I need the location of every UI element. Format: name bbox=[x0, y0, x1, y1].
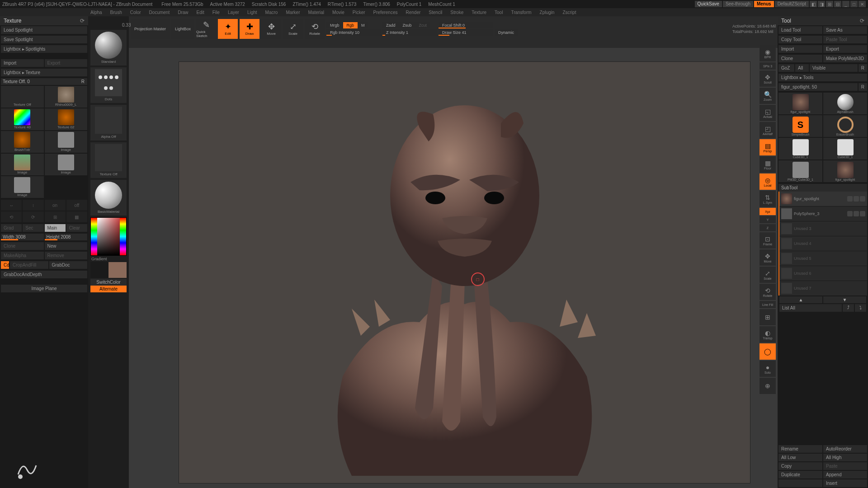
up-all-icon[interactable]: ⤴ bbox=[843, 304, 854, 312]
lightbox-tools-button[interactable]: Lightbox ▸ Tools bbox=[778, 74, 867, 81]
brush-slot[interactable]: Standard bbox=[90, 30, 127, 66]
bpr-button[interactable]: ◉BPR bbox=[760, 45, 776, 61]
frame-button[interactable]: ⊡Frame bbox=[760, 232, 776, 249]
list-all-button[interactable]: List All bbox=[779, 304, 842, 312]
texture-thumb-rhino[interactable]: Rhino0009_L bbox=[45, 86, 88, 108]
move-down-icon[interactable]: ▼ bbox=[823, 296, 866, 303]
menu-transform[interactable]: Transform bbox=[511, 10, 531, 15]
grad-button[interactable]: Grad bbox=[1, 224, 22, 232]
seethrough-button[interactable]: See-through bbox=[723, 1, 753, 7]
local-button[interactable]: ◎Local bbox=[760, 174, 776, 190]
clone-button[interactable]: Clone bbox=[778, 55, 822, 62]
menu-file[interactable]: File bbox=[212, 10, 220, 15]
imageplane-button[interactable]: Image Plane bbox=[1, 285, 87, 292]
draw-size-slider[interactable]: Draw Size 41 bbox=[439, 29, 493, 36]
visibility-icon[interactable] bbox=[847, 211, 853, 216]
zcut-button[interactable]: Zcut bbox=[415, 22, 431, 28]
texture-thumb-off[interactable]: Texture Off bbox=[1, 86, 44, 108]
xpose-button[interactable]: ⊕ bbox=[760, 378, 776, 394]
main-button[interactable]: Main bbox=[45, 224, 66, 232]
zadd-button[interactable]: Zadd bbox=[382, 22, 399, 28]
window-icon[interactable]: ◧ bbox=[810, 1, 817, 7]
append-button[interactable]: Append bbox=[823, 471, 867, 479]
rotate-nav-button[interactable]: ⟲Rotate bbox=[760, 284, 776, 300]
menu-material[interactable]: Material bbox=[308, 10, 325, 15]
subtool-item[interactable]: figur_spotlight bbox=[779, 192, 867, 206]
tool-thumb-pm3d[interactable]: PM3D_Cube3D_1 bbox=[778, 160, 822, 182]
down-all-icon[interactable]: ⤵ bbox=[855, 304, 866, 312]
grabdocdepth-button[interactable]: GrabDocAndDepth bbox=[1, 271, 87, 278]
rgb-button[interactable]: Rgb bbox=[343, 22, 358, 28]
subtool-header[interactable]: SubTool bbox=[778, 184, 867, 192]
save-spotlight-button[interactable]: Save Spotlight bbox=[1, 36, 87, 43]
grabdoc-button[interactable]: GrabDoc bbox=[49, 261, 88, 269]
menu-light[interactable]: Light bbox=[247, 10, 257, 15]
defaultzscript-button[interactable]: DefaultZScript bbox=[775, 1, 809, 7]
lightbox-spotlights-button[interactable]: Lightbox ▸ Spotlights bbox=[1, 45, 87, 53]
switchcolor-button[interactable]: SwitchColor bbox=[90, 279, 127, 286]
window-icon[interactable]: ⊟ bbox=[834, 1, 841, 7]
paste-button[interactable]: Paste bbox=[823, 462, 867, 470]
texture-slot[interactable]: Texture Off bbox=[90, 142, 127, 178]
all-low-button[interactable]: All Low bbox=[778, 454, 822, 461]
menu-stroke[interactable]: Stroke bbox=[450, 10, 463, 15]
import-button[interactable]: Import bbox=[778, 45, 822, 53]
tool-thumb-eraserbrush[interactable]: EraserBrush bbox=[823, 115, 867, 137]
autoreorder-button[interactable]: AutoReorder bbox=[823, 445, 867, 453]
z-intensity-slider[interactable]: Z Intensity 1 bbox=[382, 29, 437, 36]
menu-movie[interactable]: Movie bbox=[332, 10, 344, 15]
subtool-item[interactable]: Unused 4 bbox=[779, 236, 867, 251]
stroke-slot[interactable]: Dots bbox=[90, 67, 127, 103]
rgb-intensity-slider[interactable]: Rgb Intensity 10 bbox=[326, 29, 381, 36]
projection-master-button[interactable]: Projection Master bbox=[131, 19, 170, 39]
mrgb-button[interactable]: Mrgb bbox=[326, 22, 343, 28]
refresh-icon[interactable]: ⟳ bbox=[860, 18, 864, 24]
cd-button[interactable]: Cd bbox=[1, 261, 9, 269]
move-nav-button[interactable]: ✥Move bbox=[760, 249, 776, 266]
menu-texture[interactable]: Texture bbox=[472, 10, 486, 15]
aahalf-button[interactable]: ◰AAHalf bbox=[760, 122, 776, 138]
save-as-button[interactable]: Save As bbox=[823, 26, 867, 34]
subtool-item[interactable]: Unused 7 bbox=[779, 281, 867, 296]
cropandfill-button[interactable]: CropAndFill bbox=[10, 261, 48, 269]
eye-icon[interactable] bbox=[860, 196, 865, 202]
zsub-button[interactable]: Zsub bbox=[399, 22, 415, 28]
minimize-icon[interactable]: _ bbox=[842, 1, 849, 7]
menu-alpha[interactable]: Alpha bbox=[90, 10, 102, 15]
visibility-icon[interactable] bbox=[847, 196, 853, 202]
dynamic-button[interactable]: Dynamic bbox=[495, 29, 518, 36]
menu-macro[interactable]: Macro bbox=[265, 10, 278, 15]
alternate-button[interactable]: Alternate bbox=[90, 286, 127, 292]
close-icon[interactable]: ✕ bbox=[859, 1, 866, 7]
window-icon[interactable]: ⊞ bbox=[826, 1, 833, 7]
clear-button[interactable]: Clear bbox=[66, 224, 87, 232]
viewport[interactable] bbox=[179, 61, 750, 483]
texture-thumb-02[interactable]: Texture 02 bbox=[45, 108, 88, 130]
width-slider[interactable]: Width 3008 bbox=[1, 234, 44, 240]
subtool-item[interactable]: PolySphere_3 bbox=[779, 206, 867, 221]
grid-icon[interactable]: ⊞ bbox=[45, 211, 66, 222]
menu-layer[interactable]: Layer bbox=[228, 10, 239, 15]
texture-thumb-image[interactable]: Image bbox=[45, 131, 88, 153]
menu-tool[interactable]: Tool bbox=[495, 10, 503, 15]
move-up-icon[interactable]: ▲ bbox=[779, 296, 822, 303]
r-button[interactable]: R bbox=[859, 83, 867, 91]
eye-icon[interactable] bbox=[860, 211, 865, 216]
toggle-on[interactable]: on bbox=[45, 200, 66, 211]
copy-button[interactable]: Copy bbox=[778, 462, 822, 470]
duplicate-button[interactable]: Duplicate bbox=[778, 471, 822, 479]
menu-draw[interactable]: Draw bbox=[178, 10, 188, 15]
grid-button[interactable]: ⊞ bbox=[760, 309, 776, 325]
all-button[interactable]: All bbox=[795, 64, 809, 72]
quicksave-button[interactable]: QuickSave bbox=[695, 1, 722, 7]
remove-button[interactable]: Remove bbox=[45, 252, 88, 259]
rotate-icon[interactable]: ⟳ bbox=[23, 211, 43, 222]
window-icon[interactable]: ◨ bbox=[818, 1, 825, 7]
subtool-item[interactable]: Unused 5 bbox=[779, 251, 867, 266]
move-button[interactable]: ✥Move bbox=[261, 19, 281, 39]
r-button[interactable]: R bbox=[79, 78, 87, 85]
z-button[interactable]: Z bbox=[760, 224, 776, 231]
scroll-button[interactable]: ✥Scroll bbox=[760, 70, 776, 87]
goz-button[interactable]: GoZ bbox=[778, 64, 794, 72]
menu-zplugin[interactable]: Zplugin bbox=[540, 10, 555, 15]
